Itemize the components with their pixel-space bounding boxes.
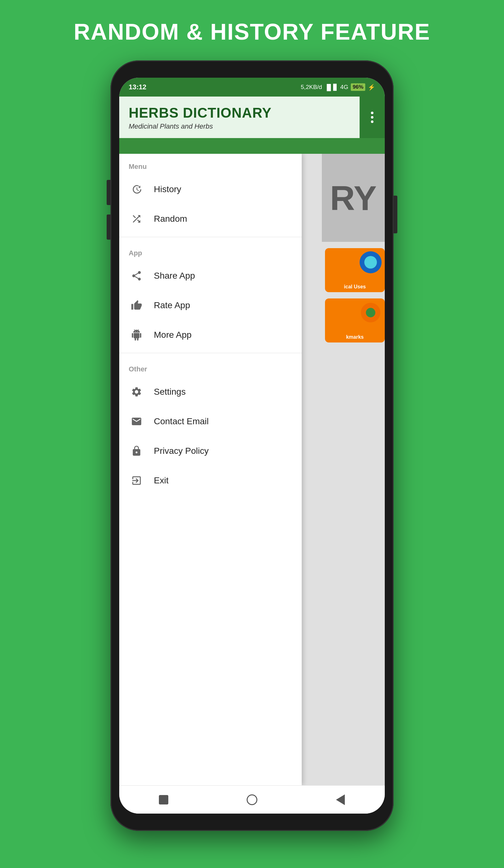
back-icon — [336, 794, 345, 805]
signal-icon: ▐▌▊ — [325, 84, 338, 91]
bg-text-fragment: RY — [330, 178, 377, 218]
email-icon — [129, 414, 144, 429]
recent-apps-icon — [159, 795, 168, 805]
drawer-item-email[interactable]: Contact Email — [119, 407, 302, 436]
lock-icon — [129, 443, 144, 459]
bg-card-bookmarks: kmarks — [325, 298, 385, 342]
share-icon — [129, 268, 144, 284]
share-app-label: Share App — [154, 271, 195, 281]
gear-icon — [129, 384, 144, 400]
home-button[interactable] — [243, 790, 261, 809]
recent-apps-button[interactable] — [154, 790, 173, 809]
drawer-section-other: Other — [119, 356, 302, 377]
navigation-drawer: Menu History — [119, 154, 302, 785]
bottom-navigation — [119, 785, 385, 814]
app-title: HERBS DICTIONARY — [129, 105, 271, 121]
drawer-item-settings[interactable]: Settings — [119, 377, 302, 407]
bg-card-bookmarks-label: kmarks — [346, 334, 364, 340]
network-type: 4G — [340, 84, 348, 91]
bg-card-medical: ical Uses — [325, 248, 385, 292]
privacy-policy-label: Privacy Policy — [154, 446, 208, 456]
contact-email-label: Contact Email — [154, 416, 208, 426]
power-button — [393, 196, 397, 233]
drawer-item-share[interactable]: Share App — [119, 261, 302, 291]
header-more-button[interactable] — [360, 96, 385, 138]
drawer-item-rate[interactable]: Rate App — [119, 291, 302, 320]
bg-cards: ical Uses kmarks — [325, 242, 385, 349]
drawer-item-random[interactable]: Random — [119, 204, 302, 234]
drawer-item-history[interactable]: History — [119, 175, 302, 204]
page-title: RANDOM & HISTORY FEATURE — [61, 0, 443, 60]
android-icon — [129, 327, 144, 343]
drawer-item-exit[interactable]: Exit — [119, 466, 302, 495]
app-logo-area: HERBS DICTIONARY Medicinal Plants and He… — [119, 96, 360, 138]
phone-screen: 13:12 5,2KB/d ▐▌▊ 4G 96% ⚡ HERBS DICTIO — [119, 78, 385, 814]
phone-mockup: 13:12 5,2KB/d ▐▌▊ 4G 96% ⚡ HERBS DICTIO — [111, 60, 393, 831]
drawer-section-menu: Menu — [119, 154, 302, 175]
drawer-divider-2 — [119, 353, 302, 353]
status-indicators: 5,2KB/d ▐▌▊ 4G 96% ⚡ — [301, 83, 375, 91]
history-label: History — [154, 184, 181, 194]
app-subtitle: Medicinal Plants and Herbs — [129, 122, 213, 131]
exit-icon — [129, 473, 144, 488]
more-app-label: More App — [154, 330, 192, 340]
random-label: Random — [154, 214, 187, 224]
three-dots-icon — [371, 112, 373, 123]
app-header: HERBS DICTIONARY Medicinal Plants and He… — [119, 96, 385, 138]
exit-label: Exit — [154, 476, 168, 486]
status-time: 13:12 — [129, 83, 146, 91]
home-icon — [247, 794, 257, 805]
battery-indicator: 96% — [351, 83, 365, 91]
drawer-item-more-app[interactable]: More App — [119, 320, 302, 350]
thumbsup-icon — [129, 298, 144, 313]
history-icon — [129, 182, 144, 197]
data-speed: 5,2KB/d — [301, 84, 322, 91]
bg-card-medical-label: ical Uses — [344, 284, 366, 290]
back-button[interactable] — [331, 790, 350, 809]
drawer-section-app: App — [119, 240, 302, 261]
shuffle-icon — [129, 211, 144, 227]
main-content-area: RY ical Uses — [119, 154, 385, 785]
settings-label: Settings — [154, 387, 186, 397]
volume-up-button — [107, 180, 111, 205]
phone-frame: 13:12 5,2KB/d ▐▌▊ 4G 96% ⚡ HERBS DICTIO — [111, 60, 393, 831]
header-accent-band — [119, 138, 385, 154]
volume-down-button — [107, 215, 111, 240]
drawer-item-privacy[interactable]: Privacy Policy — [119, 436, 302, 466]
status-bar: 13:12 5,2KB/d ▐▌▊ 4G 96% ⚡ — [119, 78, 385, 96]
charging-icon: ⚡ — [368, 84, 375, 91]
rate-app-label: Rate App — [154, 300, 190, 310]
bg-top-card: RY — [322, 154, 385, 242]
